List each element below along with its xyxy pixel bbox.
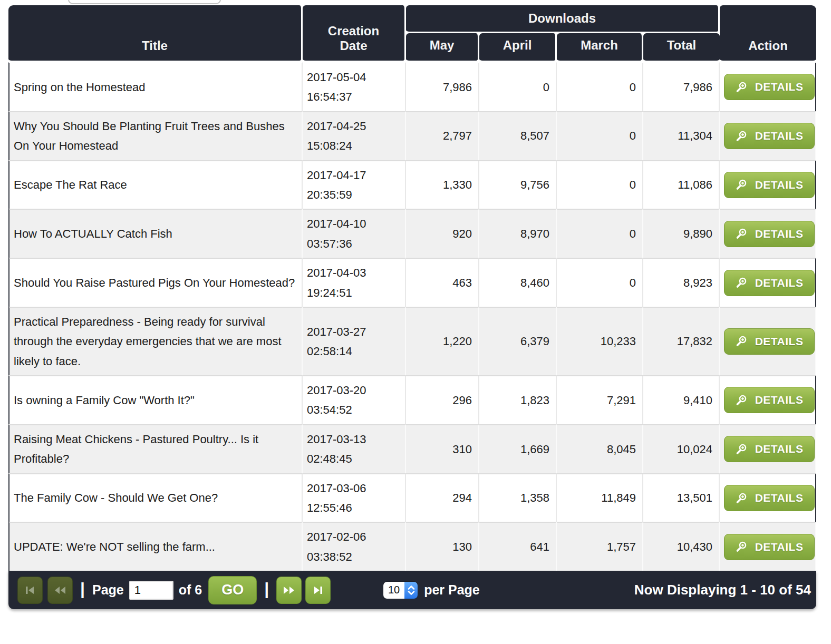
downloads-april: 6,379 [479, 307, 557, 375]
search-input[interactable] [68, 0, 221, 4]
details-button-label: DETAILS [755, 277, 804, 289]
magnifier-plus-icon [736, 179, 748, 191]
column-header-march[interactable]: March [557, 33, 643, 62]
downloads-march: 0 [557, 160, 643, 209]
downloads-total: 11,304 [643, 111, 720, 160]
downloads-total: 11,086 [643, 160, 720, 209]
action-cell: DETAILS [720, 258, 816, 307]
creation-date: 2017-04-03 19:24:51 [303, 258, 406, 307]
downloads-total: 7,986 [643, 62, 720, 111]
table-row: UPDATE: We're NOT selling the farm...201… [8, 522, 816, 571]
action-cell: DETAILS [720, 522, 816, 571]
details-button[interactable]: DETAILS [724, 436, 815, 462]
downloads-march: 1,757 [557, 522, 643, 571]
downloads-total: 10,024 [643, 424, 720, 473]
downloads-march: 10,233 [557, 307, 643, 375]
action-cell: DETAILS [720, 62, 816, 111]
details-button[interactable]: DETAILS [724, 534, 815, 560]
details-button[interactable]: DETAILS [724, 485, 815, 511]
table-row: Practical Preparedness - Being ready for… [8, 307, 816, 375]
downloads-total: 9,410 [643, 375, 720, 424]
downloads-may: 1,220 [406, 307, 479, 375]
downloads-march: 11,849 [557, 473, 643, 522]
details-button[interactable]: DETAILS [724, 270, 815, 296]
column-header-action: Action [720, 5, 816, 62]
page-number-input[interactable] [129, 581, 173, 600]
divider: | [80, 579, 85, 599]
creation-date: 2017-04-17 20:35:59 [303, 160, 406, 209]
downloads-april: 8,460 [479, 258, 557, 307]
details-button-label: DETAILS [755, 179, 804, 191]
episode-title: Should You Raise Pastured Pigs On Your H… [8, 258, 303, 307]
table-row: The Family Cow - Should We Get One?2017-… [8, 473, 816, 522]
downloads-total: 9,890 [643, 209, 720, 258]
downloads-may: 463 [406, 258, 479, 307]
creation-date: 2017-03-20 03:54:52 [303, 375, 406, 424]
creation-date: 2017-05-04 16:54:37 [303, 62, 406, 111]
next-page-button[interactable] [276, 577, 302, 604]
column-header-total[interactable]: Total [643, 33, 720, 62]
column-header-creation-date[interactable]: Creation Date [303, 5, 406, 62]
downloads-may: 294 [406, 473, 479, 522]
details-button[interactable]: DETAILS [724, 221, 815, 247]
table-body: Spring on the Homestead2017-05-04 16:54:… [8, 62, 816, 571]
last-page-button[interactable] [305, 577, 331, 604]
action-cell: DETAILS [720, 111, 816, 160]
downloads-april: 8,507 [479, 111, 557, 160]
per-page-select[interactable]: 10 [383, 582, 418, 599]
column-header-may[interactable]: May [406, 33, 479, 62]
details-button[interactable]: DETAILS [724, 172, 815, 198]
downloads-april: 1,669 [479, 424, 557, 473]
first-page-button[interactable] [17, 577, 43, 604]
episode-title: How To ACTUALLY Catch Fish [8, 209, 303, 258]
downloads-may: 1,330 [406, 160, 479, 209]
table-row: How To ACTUALLY Catch Fish2017-04-10 03:… [8, 209, 816, 258]
magnifier-plus-icon [736, 277, 748, 289]
table-row: Escape The Rat Race2017-04-17 20:35:591,… [8, 160, 816, 209]
magnifier-plus-icon [736, 443, 748, 455]
magnifier-plus-icon [736, 228, 748, 240]
downloads-may: 310 [406, 424, 479, 473]
column-group-downloads: Downloads [406, 5, 720, 33]
column-header-april[interactable]: April [479, 33, 557, 62]
prev-page-icon [54, 585, 66, 596]
downloads-total: 10,430 [643, 522, 720, 571]
downloads-total: 13,501 [643, 473, 720, 522]
downloads-may: 920 [406, 209, 479, 258]
last-page-icon [312, 585, 324, 596]
page-total-label: of 6 [179, 582, 202, 598]
details-button-label: DETAILS [755, 541, 804, 553]
details-button-label: DETAILS [755, 394, 804, 406]
details-button[interactable]: DETAILS [724, 328, 815, 355]
downloads-april: 1,358 [479, 473, 557, 522]
table-row: Raising Meat Chickens - Pastured Poultry… [8, 424, 816, 473]
details-button[interactable]: DETAILS [724, 74, 815, 100]
details-button-label: DETAILS [755, 81, 804, 93]
magnifier-plus-icon [736, 541, 748, 553]
creation-date: 2017-03-06 12:55:46 [303, 473, 406, 522]
pagination-bar: | Page of 6 GO | 10 p [8, 571, 816, 609]
downloads-april: 641 [479, 522, 557, 571]
details-button-label: DETAILS [755, 228, 804, 240]
downloads-march: 8,045 [557, 424, 643, 473]
downloads-total: 8,923 [643, 258, 720, 307]
magnifier-plus-icon [736, 394, 748, 406]
creation-date: 2017-04-25 15:08:24 [303, 111, 406, 160]
table-row: Is owning a Family Cow "Worth It?"2017-0… [8, 375, 816, 424]
details-button[interactable]: DETAILS [724, 387, 815, 413]
go-button[interactable]: GO [208, 576, 257, 604]
episode-title: UPDATE: We're NOT selling the farm... [8, 522, 303, 571]
first-page-icon [24, 585, 36, 596]
episode-title: Escape The Rat Race [8, 160, 303, 209]
displaying-status: Now Displaying 1 - 10 of 54 [634, 582, 811, 598]
column-header-title[interactable]: Title [8, 5, 303, 62]
action-cell: DETAILS [720, 209, 816, 258]
episode-title: Is owning a Family Cow "Worth It?" [8, 375, 303, 424]
table-row: Spring on the Homestead2017-05-04 16:54:… [8, 62, 816, 111]
details-button[interactable]: DETAILS [724, 123, 815, 149]
creation-date: 2017-03-27 02:58:14 [303, 307, 406, 375]
page-label: Page [92, 582, 124, 598]
prev-page-button[interactable] [47, 577, 73, 604]
downloads-april: 8,970 [479, 209, 557, 258]
per-page-value: 10 [383, 582, 404, 599]
